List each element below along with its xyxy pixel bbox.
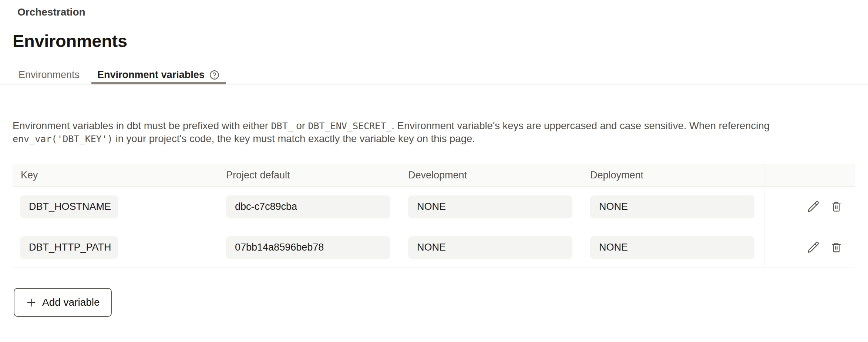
table-body: DBT_HOSTNAME dbc-c7c89cba NONE NONE bbox=[13, 187, 855, 268]
row-actions bbox=[764, 227, 855, 268]
deployment-pill: NONE bbox=[590, 195, 754, 218]
env-var-table: Key Project default Development Deployme… bbox=[13, 164, 855, 268]
description-text: in your project's code, the key must mat… bbox=[113, 133, 475, 144]
column-header-actions bbox=[764, 164, 855, 186]
description-text: or bbox=[293, 120, 308, 131]
pencil-icon bbox=[806, 200, 820, 214]
description-line: env_var('DBT_KEY') in your project's cod… bbox=[13, 133, 855, 145]
delete-button[interactable] bbox=[830, 241, 843, 254]
development-pill: NONE bbox=[408, 195, 572, 218]
table-row: DBT_HTTP_PATH 07bb14a8596beb78 NONE NONE bbox=[13, 227, 855, 268]
delete-button[interactable] bbox=[830, 200, 843, 213]
pencil-icon bbox=[806, 241, 820, 255]
tab-environment-variables[interactable]: Environment variables bbox=[91, 66, 226, 84]
description-text: . Environment variable's keys are upperc… bbox=[391, 120, 770, 131]
column-header-deployment: Deployment bbox=[590, 170, 764, 181]
trash-icon bbox=[830, 200, 843, 213]
tab-environment-variables-label: Environment variables bbox=[97, 69, 205, 81]
add-variable-label: Add variable bbox=[42, 296, 100, 308]
edit-button[interactable] bbox=[806, 200, 820, 214]
tab-environments[interactable]: Environments bbox=[13, 66, 85, 84]
page-title: Environments bbox=[13, 31, 868, 51]
project-default-pill: 07bb14a8596beb78 bbox=[226, 236, 390, 259]
inline-code: DBT_ bbox=[271, 121, 293, 131]
table-header-row: Key Project default Development Deployme… bbox=[13, 164, 855, 187]
row-actions bbox=[764, 187, 855, 227]
environments-page: Orchestration Environments Environments … bbox=[0, 7, 868, 317]
circle-question-icon[interactable] bbox=[209, 70, 220, 80]
env-key-pill: DBT_HOSTNAME bbox=[20, 195, 118, 218]
development-pill: NONE bbox=[408, 236, 572, 259]
description-line: Environment variables in dbt must be pre… bbox=[13, 120, 855, 133]
breadcrumb: Orchestration bbox=[17, 7, 868, 18]
plus-icon bbox=[26, 297, 37, 308]
add-variable-button[interactable]: Add variable bbox=[14, 288, 112, 317]
tab-environments-label: Environments bbox=[18, 69, 80, 81]
description-text: Environment variables in dbt must be pre… bbox=[13, 120, 271, 131]
column-header-project-default: Project default bbox=[226, 170, 408, 181]
trash-icon bbox=[830, 241, 843, 254]
edit-button[interactable] bbox=[806, 241, 820, 255]
table-row: DBT_HOSTNAME dbc-c7c89cba NONE NONE bbox=[13, 187, 855, 227]
env-key-pill: DBT_HTTP_PATH bbox=[20, 236, 118, 259]
column-header-development: Development bbox=[408, 170, 590, 181]
deployment-pill: NONE bbox=[590, 236, 754, 259]
column-header-key: Key bbox=[13, 170, 226, 181]
tab-bar: Environments Environment variables bbox=[0, 66, 868, 84]
description: Environment variables in dbt must be pre… bbox=[13, 120, 855, 145]
inline-code: env_var('DBT_KEY') bbox=[13, 134, 113, 144]
project-default-pill: dbc-c7c89cba bbox=[226, 195, 390, 218]
inline-code: DBT_ENV_SECRET_ bbox=[308, 121, 392, 131]
